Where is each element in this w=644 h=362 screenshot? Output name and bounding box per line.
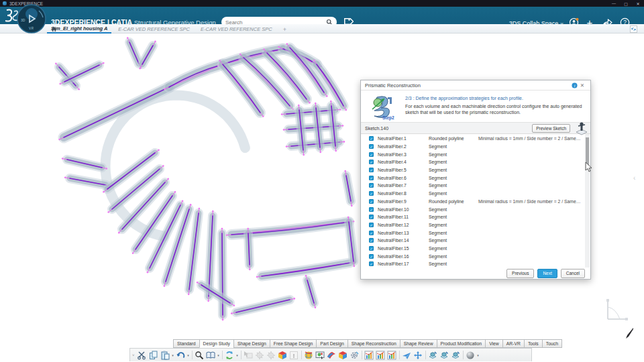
fiber-type[interactable]: Segment <box>429 176 478 180</box>
fiber-type[interactable]: Segment <box>429 238 478 243</box>
copy-icon[interactable] <box>148 350 160 361</box>
new-tab-button[interactable]: + <box>279 25 290 34</box>
gear-export-icon[interactable] <box>266 350 277 361</box>
preview-sketch-button[interactable]: Preview Sketch <box>532 124 570 133</box>
workshop-tab-ar-vr[interactable]: AR-VR <box>502 339 524 348</box>
list-item[interactable]: ✓NeutralFiber.10Segment <box>361 205 582 213</box>
rainbow-cube-icon[interactable] <box>277 350 288 361</box>
fiber-type[interactable]: Segment <box>429 254 478 259</box>
row-checkbox[interactable]: ✓ <box>369 144 374 149</box>
row-checkbox[interactable]: ✓ <box>369 152 374 157</box>
row-checkbox[interactable]: ✓ <box>369 231 374 235</box>
list-item[interactable]: ✓NeutralFiber.13Segment <box>361 229 582 237</box>
maximize-button[interactable]: ▢ <box>620 0 632 7</box>
row-checkbox[interactable]: ✓ <box>369 238 374 243</box>
row-checkbox[interactable]: ✓ <box>369 191 374 196</box>
list-item[interactable]: ✓NeutralFiber.1Rounded polylineMinimal r… <box>361 135 582 143</box>
histogram-b-icon[interactable] <box>375 350 386 361</box>
list-item[interactable]: ✓NeutralFiber.6Segment <box>361 174 582 182</box>
plane-transform-icon[interactable] <box>401 350 413 361</box>
part-b-icon[interactable] <box>439 350 450 361</box>
fiber-type[interactable]: Segment <box>429 261 478 266</box>
close-button[interactable]: ✕ <box>632 0 644 7</box>
row-checkbox[interactable]: ✓ <box>369 215 374 219</box>
document-tab-1[interactable]: Sim_El_right housing A <box>47 24 111 34</box>
list-item[interactable]: ✓NeutralFiber.3Segment <box>361 150 582 158</box>
fiber-type[interactable]: Segment <box>429 231 478 235</box>
fiber-type[interactable]: Segment <box>429 168 478 172</box>
update-menu-icon[interactable]: ▾ <box>235 353 239 357</box>
workshop-tab-view[interactable]: View <box>485 339 502 348</box>
fiber-type[interactable]: Segment <box>429 183 478 188</box>
previous-button[interactable]: Previous <box>506 269 534 278</box>
list-item[interactable]: ✓NeutralFiber.14Segment <box>361 237 582 245</box>
alert-box-icon[interactable]: ! <box>288 350 300 361</box>
rainbow-cube2-icon[interactable] <box>337 350 349 361</box>
paste-icon[interactable] <box>160 350 171 361</box>
row-checkbox[interactable]: ✓ <box>369 168 374 172</box>
document-tab-2[interactable]: E-CAR VED REFERENCE SPC <box>114 25 194 33</box>
list-item[interactable]: ✓NeutralFiber.15Segment <box>361 245 582 253</box>
3d-compass[interactable]: 3D V.R <box>15 4 48 34</box>
workshop-tab-design-study[interactable]: Design Study <box>199 339 233 348</box>
workshop-tab-touch[interactable]: Touch <box>542 339 562 348</box>
restore-viewport-icon[interactable] <box>630 25 637 33</box>
list-item[interactable]: ✓NeutralFiber.7Segment <box>361 182 582 190</box>
select-part-icon[interactable] <box>243 350 254 361</box>
fiber-type[interactable]: Segment <box>429 207 478 212</box>
material-sphere-icon[interactable] <box>465 350 476 361</box>
info-icon[interactable]: i <box>570 81 578 89</box>
catalog-book-icon[interactable] <box>205 350 217 361</box>
fiber-type[interactable]: Rounded polyline <box>429 136 478 141</box>
undo-menu-icon[interactable]: ▾ <box>186 353 191 357</box>
next-button[interactable]: Next <box>537 269 557 278</box>
screen-pointer-icon[interactable] <box>315 350 326 361</box>
row-checkbox[interactable]: ✓ <box>369 254 374 259</box>
workshop-tab-shape-reconstruction[interactable]: Shape Reconstruction <box>347 339 400 348</box>
workshop-tab-shape-review[interactable]: Shape Review <box>400 339 437 348</box>
list-scrollbar[interactable] <box>585 134 590 267</box>
list-item[interactable]: ✓NeutralFiber.9Rounded polylineMinimal r… <box>361 198 582 206</box>
fiber-type[interactable]: Segment <box>429 160 478 164</box>
row-checkbox[interactable]: ✓ <box>369 176 374 180</box>
gear-sketch-icon[interactable] <box>349 350 360 361</box>
list-item[interactable]: ✓NeutralFiber.12Segment <box>361 221 582 229</box>
dialog-close-icon[interactable]: ✕ <box>578 81 586 89</box>
list-item[interactable]: ✓NeutralFiber.2Segment <box>361 143 582 151</box>
row-checkbox[interactable]: ✓ <box>369 246 374 251</box>
list-item[interactable]: ✓NeutralFiber.11Segment <box>361 213 582 221</box>
histogram-c-icon[interactable] <box>386 350 398 361</box>
workshop-tab-standard[interactable]: Standard <box>173 339 199 348</box>
document-tab-3[interactable]: E-CAR VED REFERENCE SPC <box>197 25 276 33</box>
list-item[interactable]: ✓NeutralFiber.5Segment <box>361 166 582 174</box>
cut-icon[interactable] <box>137 350 148 361</box>
dialog-header[interactable]: Prismatic Reconstruction i ✕ <box>361 80 590 90</box>
workshop-tab-product-modification[interactable]: Product Modification <box>437 339 486 348</box>
gear-icon[interactable] <box>254 350 266 361</box>
fiber-type[interactable]: Segment <box>429 144 478 149</box>
workshop-tab-tools[interactable]: Tools <box>524 339 542 348</box>
list-item[interactable]: ✓NeutralFiber.8Segment <box>361 190 582 198</box>
move-cross-icon[interactable] <box>413 350 424 361</box>
fiber-type[interactable]: Segment <box>429 191 478 196</box>
row-checkbox[interactable]: ✓ <box>369 199 374 204</box>
part-a-icon[interactable] <box>427 350 439 361</box>
part-c-icon[interactable] <box>450 350 462 361</box>
fiber-type[interactable]: Segment <box>429 152 478 157</box>
list-item[interactable]: ✓NeutralFiber.17Segment <box>361 260 582 267</box>
minimize-button[interactable]: — <box>608 0 620 7</box>
update-refresh-icon[interactable] <box>224 350 235 361</box>
row-checkbox[interactable]: ✓ <box>369 136 374 141</box>
workshop-tab-free-shape-design[interactable]: Free Shape Design <box>270 339 317 348</box>
fiber-type[interactable]: Segment <box>429 246 478 251</box>
search-magnifier-icon[interactable] <box>194 350 205 361</box>
workshop-tab-shape-design[interactable]: Shape Design <box>233 339 270 348</box>
row-checkbox[interactable]: ✓ <box>369 160 374 164</box>
rainbow-wedge-icon[interactable] <box>326 350 337 361</box>
histogram-a-icon[interactable] <box>364 350 375 361</box>
panel-collapse-chevron-icon[interactable]: ‹ <box>633 174 635 182</box>
fiber-type[interactable]: Segment <box>429 215 478 219</box>
workshop-tab-part-design[interactable]: Part Design <box>316 339 347 348</box>
list-item[interactable]: ✓NeutralFiber.16Segment <box>361 252 582 260</box>
row-checkbox[interactable]: ✓ <box>369 261 374 266</box>
